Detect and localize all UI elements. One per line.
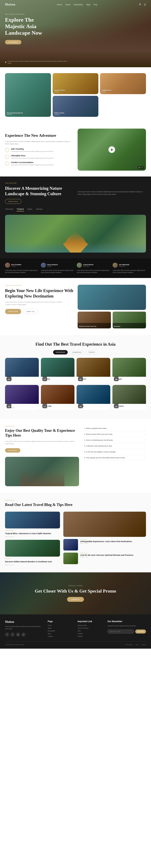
test-role-1: Traveler: [11, 266, 22, 267]
footer-newsletter-desc: Subscribe to get the latest travel tips …: [107, 625, 146, 627]
nav-link-blog[interactable]: Blog: [86, 4, 90, 6]
read-card-title-1: Tropical Bliss: Adventures in Asia's Idy…: [5, 532, 60, 535]
twitter-icon[interactable]: t: [10, 632, 15, 637]
dest-item-padar[interactable]: $62 Padar Island Indonesia: [112, 385, 146, 410]
exp-feature-safe: ✓ Safe Traveling Lorem ipsum dolor sit a…: [5, 148, 73, 153]
read-tag: OUR BLOG: [5, 500, 146, 501]
faq-item-2[interactable]: 2. What to know before you go to asia +: [84, 431, 146, 437]
dest-card-beach[interactable]: Nyang Nyang Beach Indonesia: [5, 73, 51, 117]
dest-item-ketapang[interactable]: $25 Ketapang Indonesia: [41, 358, 75, 383]
tab-vietnam[interactable]: Vietnam: [36, 208, 43, 211]
discover-tag: OUR NATURE: [5, 182, 73, 184]
faq-item-1[interactable]: 1. What to prepare trip to Asia +: [84, 426, 146, 431]
exp-feature-comfort-title: Comfort Accommodation: [11, 161, 54, 163]
footer-link-home[interactable]: Home: [48, 625, 73, 626]
footer-bottom-sitemap[interactable]: Sitemap: [141, 644, 146, 645]
enjoy-cta-button[interactable]: Learn More: [5, 448, 20, 453]
instagram-icon[interactable]: ig: [16, 632, 20, 637]
tab-indonesia[interactable]: Indonesia: [5, 208, 13, 211]
enjoy-section: OUR BLOG Enjoy Our Best Quality Tour & E…: [0, 419, 151, 493]
filter-tabs: INDONESIA CAMBODIA TURKEY: [5, 350, 146, 354]
dest-item-img-ubud: $38: [5, 385, 39, 404]
footer-bottom-terms[interactable]: Terms: [136, 644, 139, 645]
hero-subtitle: WELCOME TO MAITOU: [5, 13, 146, 15]
faq-item-5[interactable]: 5. Is this the top budget to avoid in pa…: [84, 449, 146, 455]
footer-link-about[interactable]: About: [48, 627, 73, 629]
faq-chevron-2: +: [145, 433, 146, 435]
tab-thailand[interactable]: Thailand: [16, 208, 24, 211]
filter-cambodia[interactable]: CAMBODIA: [69, 350, 84, 354]
footer-newsletter-title: Our Newsletter: [107, 620, 146, 623]
dot-2: [141, 167, 141, 168]
youtube-icon[interactable]: yt: [22, 632, 26, 637]
discover-section: OUR NATURE Discover A Mesmerizing Nature…: [0, 177, 151, 258]
dest-item-phuket[interactable]: $40 Phuket Thailand: [5, 358, 39, 383]
dest-item-ubud[interactable]: $38 Ubud Bali, Indonesia: [5, 385, 39, 410]
image-dots: [138, 166, 144, 169]
newsletter-subscribe-button[interactable]: Subscribe: [135, 629, 146, 633]
footer-link-support[interactable]: Support: [78, 633, 103, 634]
begin-section: NEW DESTINATION Begin Your New Life Expe…: [0, 278, 151, 335]
begin-tag: NEW DESTINATION: [5, 285, 73, 286]
faq-item-3[interactable]: 3. How to scheduling your trip itinerary…: [84, 437, 146, 443]
dest-card-palace[interactable]: Grand Palace Thailand: [53, 73, 99, 94]
test-role-2: Explorer: [47, 266, 58, 267]
search-icon[interactable]: 🔍: [139, 3, 142, 6]
dest-card-img-beach: Nyang Nyang Beach Indonesia: [5, 73, 51, 117]
exp-feature-price: ✓ Affordable Price Lorem ipsum dolor sit…: [5, 155, 73, 159]
read-card-date-1: March 15, 2024: [5, 536, 60, 537]
read-right-card-2: SPIRITUAL Asia for the Soul: Discover Sp…: [63, 553, 146, 564]
test-role-3: Adventurer: [83, 266, 93, 267]
test-text-1: Lorem ipsum dolor sit amet consectetur a…: [5, 269, 38, 274]
filter-turkey[interactable]: TURKEY: [85, 350, 98, 354]
dest-card-sub-capp: Turkey: [102, 91, 111, 92]
landscape-image: [5, 215, 146, 253]
footer-link-careers[interactable]: Careers: [78, 636, 103, 637]
hero-section: Maitou Home About Destination Blog FAQ 🔍…: [0, 0, 151, 67]
dest-card-padar[interactable]: Padar Island Indonesia: [53, 96, 99, 117]
facebook-icon[interactable]: f: [5, 632, 9, 637]
dest-item-fuji[interactable]: $45 Mt. Fuji Japan: [77, 385, 110, 410]
newsletter-email-input[interactable]: [107, 629, 134, 633]
nav-link-faq[interactable]: FAQ: [93, 4, 97, 6]
nav-link-home[interactable]: Home: [57, 4, 62, 6]
play-button[interactable]: ▶: [108, 146, 115, 153]
hero-cta-button[interactable]: Let's Explore: [5, 40, 22, 44]
faq-item-6[interactable]: 6. This will give you the information ab…: [84, 455, 146, 461]
dest-item-bromo[interactable]: $55 Mt. Bromo Indonesia: [77, 358, 110, 383]
read-header: OUR BLOG Read Our Latest Travel Blog & T…: [5, 500, 146, 507]
footer-link-contact[interactable]: Contact: [48, 636, 73, 637]
begin-watch-button[interactable]: Watch Trip: [23, 309, 38, 314]
footer-bottom-privacy[interactable]: Privacy Policy: [125, 644, 133, 645]
dest-card-cappadocia[interactable]: Cappadocia Turkey: [100, 73, 146, 94]
dest-item-bagan[interactable]: $58 Old Bagan Myanmar: [112, 358, 146, 383]
footer-link-faq[interactable]: FAQ: [78, 630, 103, 631]
nav-link-destination[interactable]: Destination: [74, 4, 83, 6]
begin-explore-button[interactable]: Explore Now: [5, 309, 21, 314]
dest-item-markus[interactable]: $73 Markus Bay Indonesia: [41, 385, 75, 410]
promo-cta-button[interactable]: Contact Us: [67, 597, 84, 602]
nav-link-about[interactable]: About: [65, 4, 70, 6]
footer-link-destination[interactable]: Destination: [48, 630, 73, 631]
main-nav: Maitou Home About Destination Blog FAQ 🔍…: [0, 0, 151, 9]
faq-item-4[interactable]: 4. 5 Minutes most seafood trip in Asia −: [84, 443, 146, 449]
footer-link-blog[interactable]: Blog: [48, 633, 73, 634]
faq-q-6: 6. This will give you the information ab…: [84, 457, 125, 459]
avatar-2: [41, 262, 46, 268]
destinations-grid: Nyang Nyang Beach Indonesia Grand Palace…: [5, 73, 146, 117]
begin-left: NEW DESTINATION Begin Your New Life Expe…: [5, 285, 73, 314]
menu-icon[interactable]: ☰: [144, 3, 146, 6]
footer-link-terms[interactable]: Terms of Service: [78, 627, 103, 629]
faq-q-4: 4. 5 Minutes most seafood trip in Asia: [84, 445, 112, 447]
footer: Maitou Travel the world with us and disc…: [0, 614, 151, 649]
price-tag-padar: $62: [114, 404, 119, 408]
dot-3: [142, 167, 143, 168]
footer-link-privacy[interactable]: Privacy Policy: [78, 625, 103, 626]
begin-small-images: Variation Of Asian Travel Trip Borobudur: [78, 312, 146, 329]
test-role-4: Backpacker: [119, 266, 129, 267]
discover-cta-button[interactable]: Explore More: [5, 199, 22, 204]
begin-img-borobudur-label: Borobudur: [113, 323, 146, 329]
footer-copyright: © 2024 Maitou. All rights reserved.: [5, 644, 24, 645]
tab-japan[interactable]: Japan: [27, 208, 33, 211]
filter-indonesia[interactable]: INDONESIA: [53, 350, 68, 354]
